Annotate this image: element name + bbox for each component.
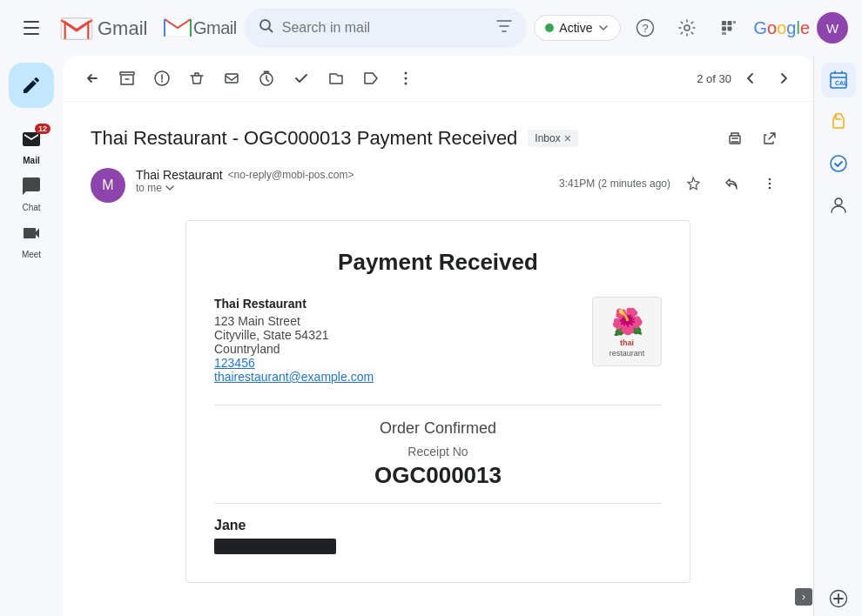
google-contacts-icon[interactable] [821, 188, 856, 223]
snooze-button[interactable] [251, 63, 282, 94]
main-layout: 12 Mail Chat Meet [0, 56, 862, 616]
sidebar-item-meet[interactable]: Meet [3, 219, 59, 263]
gmail-logo[interactable]: Gmail Gmail [59, 10, 237, 45]
sidebar-meet-label: Meet [22, 250, 41, 259]
customer-name: Jane [214, 518, 662, 533]
google-tasks-icon[interactable] [821, 146, 856, 181]
email-scrollable[interactable]: Thai Restaurant - OGC000013 Payment Rece… [63, 102, 813, 616]
reply-button[interactable] [716, 168, 747, 199]
to-me[interactable]: to me [136, 182, 549, 194]
right-panel: CAL [813, 56, 862, 616]
google-logo-area: Google [753, 18, 810, 38]
restaurant-info: Thai Restaurant 123 Main Street Cityvill… [214, 297, 374, 384]
left-sidebar: 12 Mail Chat Meet [0, 56, 63, 616]
sender-name: Thai Restaurant [136, 168, 223, 182]
svg-text:Gmail: Gmail [98, 17, 147, 39]
search-bar [244, 8, 528, 48]
search-input[interactable] [282, 20, 489, 36]
active-label: Active [559, 21, 592, 35]
restaurant-phone[interactable]: 123456 [214, 356, 374, 370]
mail-badge: 12 [35, 124, 51, 134]
svg-point-24 [769, 187, 771, 190]
svg-point-6 [684, 25, 690, 30]
inbox-badge[interactable]: Inbox × [528, 130, 578, 147]
sidebar-chat-label: Chat [22, 203, 40, 212]
svg-point-19 [405, 83, 407, 85]
mark-unread-button[interactable] [216, 63, 247, 94]
svg-rect-12 [722, 32, 726, 35]
receipt-divider-1 [214, 405, 662, 405]
email-header: M Thai Restaurant <no-reply@mobi-pos.com… [91, 168, 785, 203]
receipt-no-label: Receipt No [214, 445, 662, 459]
google-logo: Google [753, 18, 810, 38]
star-button[interactable] [677, 168, 709, 199]
add-apps-button[interactable] [821, 581, 856, 616]
active-dot [545, 23, 554, 32]
logo-icon: 🌺 [611, 306, 643, 337]
done-button[interactable] [286, 63, 317, 94]
email-body: Payment Received Thai Restaurant 123 Mai… [185, 220, 690, 583]
sender-info: Thai Restaurant <no-reply@mobi-pos.com> … [136, 168, 549, 194]
email-toolbar: 2 of 30 [63, 56, 813, 102]
active-status-badge[interactable]: Active [534, 15, 621, 41]
svg-rect-9 [733, 21, 736, 23]
sender-email: <no-reply@mobi-pos.com> [228, 169, 354, 181]
user-avatar[interactable]: W [817, 12, 848, 44]
email-subject-icons [719, 123, 785, 154]
svg-point-22 [769, 178, 771, 181]
print-button[interactable] [719, 123, 751, 154]
email-count: 2 of 30 [697, 72, 731, 85]
receipt-number: OGC000013 [214, 462, 662, 489]
back-button[interactable] [77, 63, 108, 94]
inbox-badge-remove[interactable]: × [564, 131, 571, 145]
topbar-right: Active ? Google W [534, 10, 848, 45]
svg-text:CAL: CAL [835, 80, 848, 86]
google-calendar-icon[interactable]: CAL [821, 63, 856, 97]
svg-rect-1 [61, 18, 92, 39]
svg-text:?: ? [643, 22, 649, 35]
email-subject-row: Thai Restaurant - OGC000013 Payment Rece… [91, 123, 785, 154]
content-area: 2 of 30 Thai Restaurant - OGC000013 Paym… [63, 56, 813, 616]
mail-icon: 12 [21, 129, 42, 154]
apps-button[interactable] [711, 10, 746, 45]
email-subject: Thai Restaurant - OGC000013 Payment Rece… [91, 127, 517, 150]
meet-icon [21, 223, 42, 248]
open-new-window-button[interactable] [754, 123, 785, 154]
sidebar-item-mail[interactable]: 12 Mail [3, 125, 59, 169]
restaurant-email[interactable]: thairestaurant@example.com [214, 370, 374, 384]
delete-button[interactable] [181, 63, 212, 94]
chat-icon [21, 176, 42, 201]
inbox-badge-label: Inbox [535, 132, 560, 144]
prev-email-button[interactable] [735, 63, 766, 94]
label-button[interactable] [355, 63, 387, 94]
order-confirmed: Order Confirmed [214, 419, 662, 438]
search-filter-icon[interactable] [495, 17, 513, 39]
email-more-button[interactable] [754, 168, 785, 199]
scroll-down-indicator[interactable]: › [795, 588, 812, 606]
content-wrapper: 2 of 30 Thai Restaurant - OGC000013 Paym… [63, 56, 862, 616]
restaurant-address1: 123 Main Street [214, 314, 374, 328]
archive-button[interactable] [111, 63, 143, 94]
receipt-title: Payment Received [214, 249, 662, 276]
svg-point-27 [831, 156, 846, 171]
move-button[interactable] [320, 63, 352, 94]
redacted-bar [214, 539, 336, 554]
settings-button[interactable] [670, 10, 704, 45]
compose-button[interactable] [9, 63, 54, 108]
help-button[interactable]: ? [628, 10, 663, 45]
sidebar-mail-label: Mail [23, 156, 39, 165]
logo-line1: thai [620, 338, 634, 347]
restaurant-name: Thai Restaurant [214, 297, 374, 311]
google-keep-icon[interactable] [821, 104, 856, 139]
compose-pencil-icon [9, 63, 54, 108]
svg-rect-15 [226, 74, 238, 83]
sidebar-item-chat[interactable]: Chat [3, 172, 59, 216]
chevron-down-icon [597, 22, 609, 34]
more-options-button[interactable] [390, 63, 421, 94]
spam-button[interactable] [146, 63, 178, 94]
email-timestamp: 3:41PM (2 minutes ago) [559, 177, 670, 190]
topbar: Gmail Gmail [0, 0, 862, 56]
next-email-button[interactable] [768, 63, 799, 94]
hamburger-button[interactable] [14, 10, 49, 45]
sender-avatar: M [91, 168, 125, 203]
